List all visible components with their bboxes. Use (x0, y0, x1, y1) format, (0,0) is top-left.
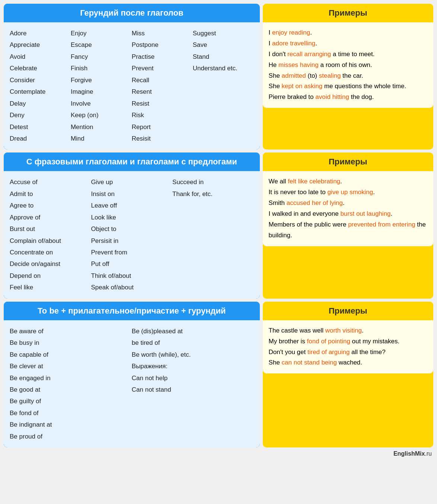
list-item: Can not stand (132, 384, 254, 395)
list-item: Look like (91, 212, 173, 223)
section2-col1: Accuse ofAdmit toAgree toApprove ofBurst… (10, 176, 91, 293)
example-line: Don't you get tired of arguing all the t… (269, 347, 427, 358)
list-item: Avoid (10, 51, 71, 62)
list-item: Be aware of (10, 325, 132, 337)
section2-columns: Accuse ofAdmit toAgree toApprove ofBurst… (10, 176, 254, 293)
section1-title: Герундий после глаголов (4, 4, 260, 22)
list-item: Save (193, 39, 254, 51)
example-line: I adore travelling. (269, 38, 427, 49)
list-item: Delay (10, 98, 71, 109)
section1-body: AdoreAppreciateAvoidCelebrateConsiderCon… (4, 22, 260, 150)
footer-text: EnglishMix.ru (393, 450, 432, 457)
section1-card: Герундий после глаголов AdoreAppreciateA… (4, 4, 260, 150)
list-item (172, 282, 254, 293)
list-item: Burst out (10, 223, 91, 235)
section2-title: С фразовыми глаголами и глаголами с пред… (4, 153, 260, 171)
list-item: Be fond of (10, 407, 132, 419)
list-item (193, 74, 254, 86)
list-item: Complain of/about (10, 235, 91, 247)
example-line: I walked in and everyone burst out laugh… (269, 209, 427, 219)
list-item: Resisit (132, 133, 193, 144)
example-line: She can not stand being wached. (269, 357, 427, 368)
section3-examples-card: Примеры The castle was well worth visiti… (263, 302, 433, 447)
list-item: Mind (71, 133, 132, 144)
example-line: He misses having a room of his own. (269, 60, 427, 71)
list-item: Put off (91, 258, 173, 270)
list-item: Be good at (10, 384, 132, 395)
list-item: Be engaged in (10, 372, 132, 384)
list-item: Persisit in (91, 235, 173, 247)
section3-examples-body: The castle was well worth visiting.My br… (263, 320, 433, 374)
footer: EnglishMix.ru (4, 447, 433, 458)
example-line: I don't recall arranging a time to meet. (269, 49, 427, 60)
list-item (172, 270, 254, 282)
list-item (172, 200, 254, 211)
section3-col1: Be aware ofBe busy inBe capable ofBe cle… (10, 325, 132, 442)
list-item: Celebrate (10, 62, 71, 74)
list-item: Can not help (132, 372, 254, 384)
list-item: Give up (91, 176, 173, 188)
section3-examples-title: Примеры (263, 302, 433, 320)
list-item: Risk (132, 109, 193, 121)
list-item: Dread (10, 133, 71, 144)
example-line: We all felt like celebrating. (269, 176, 427, 187)
example-line: Smith accused her of lying. (269, 198, 427, 209)
list-item: Adore (10, 28, 71, 39)
list-item: Appreciate (10, 39, 71, 51)
section3-title: To be + прилагательное/причастие + гурун… (4, 302, 260, 320)
section2-body: Accuse ofAdmit toAgree toApprove ofBurst… (4, 171, 260, 298)
list-item: Consider (10, 74, 71, 86)
list-item: Suggest (193, 28, 254, 39)
section3-card: To be + прилагательное/причастие + гурун… (4, 302, 260, 447)
list-item: Fancy (71, 51, 132, 62)
list-item: Approve of (10, 212, 91, 223)
list-item: Mention (71, 121, 132, 133)
list-item: Insist on (91, 188, 173, 200)
list-item: Resist (132, 98, 193, 109)
example-line: I enjoy reading. (269, 28, 427, 38)
example-line: She kept on asking me questions the whol… (269, 81, 427, 92)
list-item (193, 109, 254, 121)
list-item: Feel like (10, 282, 91, 293)
example-line: Pierre braked to avoid hitting the dog. (269, 92, 427, 103)
list-item: Be worth (while), etc. (132, 349, 254, 360)
section1-col1: AdoreAppreciateAvoidCelebrateConsiderCon… (10, 28, 71, 144)
list-item (172, 258, 254, 270)
section2-examples-card: Примеры We all felt like celebrating.It … (263, 153, 433, 298)
list-item: Выражения: (132, 360, 254, 372)
list-item: Postpone (132, 39, 193, 51)
list-item: Contemplate (10, 86, 71, 97)
list-item: Be indignant at (10, 419, 132, 430)
example-line: My brother is fond of pointing out my mi… (269, 336, 427, 347)
list-item: Forgive (71, 74, 132, 86)
section3-col2: Be (dis)pleased atbe tired ofBe worth (w… (132, 325, 254, 442)
list-item: Finish (71, 62, 132, 74)
list-item: Resent (132, 86, 193, 97)
list-item (172, 235, 254, 247)
list-item: Be guilty of (10, 395, 132, 407)
list-item (193, 86, 254, 97)
section1-examples-title: Примеры (263, 4, 433, 22)
list-item: Deny (10, 109, 71, 121)
list-item: Depend on (10, 270, 91, 282)
list-item: Miss (132, 28, 193, 39)
list-item: Understand etc. (193, 62, 254, 74)
example-line: She admitted (to) stealing the car. (269, 71, 427, 81)
list-item: Involve (71, 98, 132, 109)
list-item: Agree to (10, 200, 91, 211)
list-item: Prevent (132, 62, 193, 74)
list-item (193, 121, 254, 133)
section2-examples-body: We all felt like celebrating.It is never… (263, 171, 433, 246)
list-item: Be clever at (10, 360, 132, 372)
list-item: Be busy in (10, 337, 132, 349)
section1-columns: AdoreAppreciateAvoidCelebrateConsiderCon… (10, 28, 254, 144)
list-item (193, 98, 254, 109)
list-item: Succeed in (172, 176, 254, 188)
list-item: Leave off (91, 200, 173, 211)
list-item: Decide on/against (10, 258, 91, 270)
section1-col4: SuggestSaveStandUnderstand etc. (193, 28, 254, 144)
list-item: Speak of/about (91, 282, 173, 293)
section2-examples-title: Примеры (263, 153, 433, 171)
section1-col3: MissPostponePractisePreventRecallResentR… (132, 28, 193, 144)
section2-col2: Give upInsist onLeave offLook likeObject… (91, 176, 173, 293)
